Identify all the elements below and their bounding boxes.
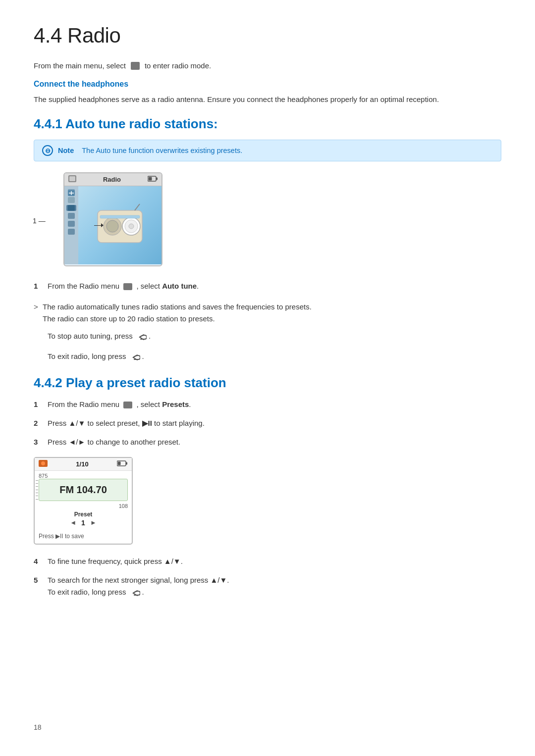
sub-note-1-text: To stop auto tuning, press bbox=[48, 332, 133, 340]
svg-rect-20 bbox=[126, 462, 127, 464]
step-content-1: From the Radio menu , select Auto tune. bbox=[48, 280, 501, 292]
fm-header-track: 1/10 bbox=[76, 460, 88, 468]
step-content-442-5: To search for the next stronger signal, … bbox=[48, 574, 501, 599]
arrow-note: > The radio automatically tunes radio st… bbox=[34, 301, 501, 325]
step-442-4: 4 To fine tune frequency, quick press ▲/… bbox=[34, 555, 501, 567]
step-content-442-1: From the Radio menu , select Presets. bbox=[48, 399, 501, 410]
fm-scale-top: 875 bbox=[35, 471, 132, 479]
fm-scale-high: 108 bbox=[119, 503, 128, 509]
note-icon: ⊖ bbox=[42, 145, 53, 156]
play-pause-bold: ▶II bbox=[142, 419, 152, 427]
step-content-442-4: To fine tune frequency, quick press ▲/▼. bbox=[48, 555, 501, 567]
svg-rect-3 bbox=[156, 178, 158, 180]
tick-7 bbox=[36, 499, 38, 500]
intro-text-after: to enter radio mode. bbox=[145, 61, 211, 70]
tick-2 bbox=[36, 483, 38, 484]
step-number-4-442: 4 bbox=[34, 555, 48, 567]
step-442-1-text-before: From the Radio menu bbox=[48, 400, 119, 408]
svg-point-18 bbox=[41, 461, 45, 465]
section-441-title: 4.4.1 Auto tune radio stations: bbox=[34, 116, 501, 132]
step-number-1-442: 1 bbox=[34, 399, 48, 410]
device-body bbox=[64, 186, 161, 264]
step-1-text-after: , select bbox=[136, 282, 160, 290]
step-441-1: 1 From the Radio menu , select Auto tune… bbox=[34, 280, 501, 292]
svg-point-14 bbox=[129, 224, 134, 229]
connect-headphones-heading: Connect the headphones bbox=[34, 80, 501, 89]
back-icon-3 bbox=[130, 587, 140, 599]
step-442-5: 5 To search for the next stronger signal… bbox=[34, 574, 501, 599]
note-text: The Auto tune function overwrites existi… bbox=[82, 147, 242, 154]
step-number-2-442: 2 bbox=[34, 417, 48, 429]
fm-display-header: 1/10 bbox=[35, 458, 132, 471]
note-label: Note bbox=[58, 147, 74, 154]
step-content-442-2: Press ▲/▼ to select preset, ▶II to start… bbox=[48, 417, 501, 429]
fm-frequency-area: FM 104.70 bbox=[39, 479, 128, 501]
device-sidebar bbox=[64, 186, 78, 264]
sub-note-2: To exit radio, long press . bbox=[48, 350, 501, 363]
fm-save-note: Press ▶II to save bbox=[35, 531, 132, 544]
step-number-1: 1 bbox=[34, 280, 48, 292]
sidebar-item-1 bbox=[68, 189, 75, 195]
tick-5 bbox=[36, 493, 38, 493]
fm-frequency-value: FM 104.70 bbox=[39, 479, 128, 501]
fm-display: 1/10 875 FM 104.70 108 Preset ◄ 1 ► bbox=[34, 457, 133, 545]
device-header-icon bbox=[68, 175, 76, 184]
sidebar-item-2 bbox=[68, 197, 75, 203]
step-content-442-3: Press ◄/► to change to another preset. bbox=[48, 436, 501, 448]
sidebar-item-6 bbox=[68, 229, 75, 235]
step-442-1-bold: Presets bbox=[162, 400, 189, 408]
fm-preset-number: 1 bbox=[81, 519, 85, 527]
fm-scale-bottom: 108 bbox=[35, 503, 132, 509]
step-arrow-symbol: > bbox=[34, 301, 43, 313]
back-icon-2 bbox=[130, 351, 140, 363]
step-1-menu-icon bbox=[123, 283, 132, 290]
fm-header-left-icon bbox=[39, 460, 48, 468]
fm-preset-controls: ◄ 1 ► bbox=[39, 519, 128, 527]
arrow-symbol: — bbox=[39, 217, 46, 225]
sub-note-2-text: To exit radio, long press bbox=[48, 352, 126, 360]
device-header-label: Radio bbox=[103, 176, 121, 183]
label-1-arrow: 1 — bbox=[33, 217, 46, 225]
tick-1 bbox=[36, 480, 38, 481]
sidebar-item-5 bbox=[68, 221, 75, 227]
svg-rect-1 bbox=[69, 176, 75, 181]
svg-rect-15 bbox=[100, 215, 140, 218]
svg-point-11 bbox=[107, 220, 118, 232]
step-442-1: 1 From the Radio menu , select Presets. bbox=[34, 399, 501, 410]
fm-scale-ticks bbox=[36, 479, 39, 501]
sub-note-1: To stop auto tuning, press . bbox=[48, 330, 501, 343]
label-number: 1 bbox=[33, 217, 37, 225]
steps-441: 1 From the Radio menu , select Auto tune… bbox=[34, 280, 501, 292]
step-number-3-442: 3 bbox=[34, 436, 48, 448]
back-icon-1 bbox=[137, 330, 147, 343]
tick-3 bbox=[36, 486, 38, 487]
step-1-bold: Auto tune bbox=[162, 282, 197, 290]
device-battery-icon bbox=[148, 176, 158, 183]
fm-preset-left-arrow: ◄ bbox=[70, 519, 76, 526]
page-number: 18 bbox=[34, 723, 42, 731]
tick-4 bbox=[36, 490, 38, 490]
svg-line-16 bbox=[135, 204, 140, 210]
page-title: 4.4 Radio bbox=[34, 24, 501, 48]
intro-text-before: From the main menu, select bbox=[34, 61, 126, 70]
fm-preset-right-arrow: ► bbox=[90, 519, 97, 526]
step-442-3: 3 Press ◄/► to change to another preset. bbox=[34, 436, 501, 448]
device-mockup: Radio bbox=[63, 172, 162, 266]
device-content bbox=[78, 186, 161, 264]
step-442-5-line2: To exit radio, long press bbox=[48, 588, 126, 596]
svg-rect-4 bbox=[149, 177, 152, 181]
steps-442: 1 From the Radio menu , select Presets. … bbox=[34, 399, 501, 448]
arrow-note-content: The radio automatically tunes radio stat… bbox=[43, 301, 501, 325]
device-header: Radio bbox=[64, 173, 161, 186]
svg-rect-21 bbox=[118, 461, 121, 465]
step-1-text-before: From the Radio menu bbox=[48, 282, 119, 290]
menu-icon bbox=[131, 62, 140, 70]
note-box: ⊖ Note The Auto tune function overwrites… bbox=[34, 140, 501, 161]
svg-rect-8 bbox=[68, 205, 75, 211]
intro-text: From the main menu, select to enter radi… bbox=[34, 61, 501, 70]
fm-scale-low: 875 bbox=[39, 473, 48, 479]
sidebar-item-4 bbox=[68, 213, 75, 219]
arrow-note-line1: The radio automatically tunes radio stat… bbox=[43, 302, 312, 311]
arrow-indicator bbox=[94, 223, 104, 227]
fm-preset-row: Preset ◄ 1 ► bbox=[35, 509, 132, 531]
